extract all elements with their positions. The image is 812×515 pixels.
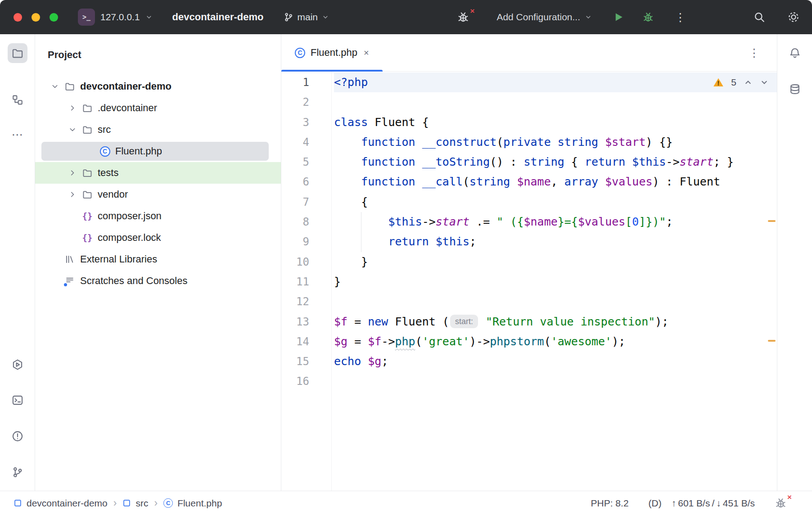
code-token: $g: [334, 335, 347, 348]
code-line-7[interactable]: {: [334, 192, 777, 212]
code-token: $this: [388, 215, 422, 228]
problems-tool-button[interactable]: [8, 426, 27, 446]
run-configuration-selector[interactable]: Add Configuration...: [496, 12, 592, 23]
tree-item-composer-lock[interactable]: {}composer.lock: [35, 227, 281, 248]
tree-item-devcontainer-demo[interactable]: devcontainer-demo: [35, 76, 281, 97]
services-tool-button[interactable]: [8, 355, 27, 375]
tree-item-tests[interactable]: tests: [35, 162, 281, 184]
more-tool-windows-button[interactable]: ⋯: [8, 125, 27, 145]
more-actions-kebab-icon[interactable]: ⋮: [675, 11, 686, 24]
code-token: function: [361, 155, 415, 168]
scrollbar-warning-mark[interactable]: [768, 220, 776, 222]
database-tool-button[interactable]: [785, 79, 805, 99]
code-token: =: [347, 315, 368, 328]
terminal-tool-button[interactable]: [8, 390, 27, 410]
tree-item-vendor[interactable]: vendor: [35, 184, 281, 205]
remote-connection-selector[interactable]: >_ 127.0.0.1: [78, 9, 153, 26]
previous-problem-chevron-up-icon[interactable]: [744, 78, 753, 87]
breadcrumb-devcontainer-demo[interactable]: devcontainer-demo: [14, 498, 108, 509]
code-token: {: [564, 155, 585, 168]
code-line-4[interactable]: function __construct(private string $sta…: [334, 132, 777, 152]
code-line-13[interactable]: $f = new Fluent (start: "Return value in…: [334, 312, 777, 332]
breadcrumb-separator: ›: [154, 497, 158, 509]
debugger-disconnected-button[interactable]: ×: [775, 497, 787, 509]
debug-listener-toggle[interactable]: ×: [457, 11, 469, 23]
code-line-2[interactable]: [334, 92, 777, 112]
tree-item-scratches-and-consoles[interactable]: Scratches and Consoles: [35, 270, 281, 292]
code-line-3[interactable]: class Fluent {: [334, 113, 777, 132]
breadcrumb-fluent-php[interactable]: CFluent.php: [163, 498, 222, 509]
code-line-8[interactable]: $this->start .= " ({$name}={$values[0]})…: [334, 212, 777, 232]
next-problem-chevron-down-icon[interactable]: [760, 78, 769, 87]
editor-options-kebab-icon[interactable]: ⋮: [749, 46, 760, 59]
code-token: (: [415, 335, 422, 348]
search-everywhere-button[interactable]: [753, 11, 765, 23]
code-token: $f: [368, 335, 381, 348]
tree-item-label: Fluent.php: [115, 145, 162, 157]
scratches-icon: [64, 276, 76, 286]
version-control-tool-button[interactable]: [8, 462, 27, 482]
code-line-15[interactable]: echo $g;: [334, 352, 777, 371]
code-line-11[interactable]: }: [334, 272, 777, 292]
chevron-right-icon[interactable]: [66, 168, 79, 177]
settings-button[interactable]: [788, 11, 799, 23]
code-token: (: [544, 335, 551, 348]
project-tool-button[interactable]: [8, 43, 27, 63]
code-token: $values: [605, 175, 652, 188]
tree-item-label: External Libraries: [80, 253, 157, 265]
code-line-12[interactable]: [334, 292, 777, 312]
line-number: 16: [281, 371, 331, 391]
remote-host-label: 127.0.0.1: [100, 12, 140, 23]
chevron-down-icon[interactable]: [49, 82, 61, 91]
tree-item-external-libraries[interactable]: External Libraries: [35, 248, 281, 270]
chevron-down-icon[interactable]: [66, 125, 79, 134]
project-panel-title[interactable]: Project: [35, 34, 281, 76]
notifications-button[interactable]: [785, 43, 805, 63]
zoom-window-button[interactable]: [50, 13, 58, 22]
line-number: 12: [281, 292, 331, 312]
close-tab-icon[interactable]: ×: [364, 48, 369, 58]
tree-item-composer-json[interactable]: {}composer.json: [35, 205, 281, 227]
tree-item-fluent-php[interactable]: CFluent.php: [35, 140, 281, 162]
php-version-widget[interactable]: PHP: 8.2: [591, 498, 629, 509]
git-branch-icon: [284, 12, 293, 22]
code-line-14[interactable]: $g = $f->php('great')->phpstorm('awesome…: [334, 332, 777, 352]
line-number: 2: [281, 92, 331, 112]
code-line-10[interactable]: }: [334, 252, 777, 272]
line-number: 9: [281, 232, 331, 252]
code-line-6[interactable]: function __call(string $name, array $val…: [334, 172, 777, 192]
tree-item-src[interactable]: src: [35, 119, 281, 140]
editor-gutter[interactable]: 12345678910111213141516: [281, 72, 331, 491]
line-number: 15: [281, 352, 331, 371]
code-editor[interactable]: <?phpclass Fluent { function __construct…: [331, 72, 777, 491]
minimize-window-button[interactable]: [32, 13, 40, 22]
editor-tab-fluent-php[interactable]: C Fluent.php ×: [281, 34, 383, 71]
code-token: $f: [334, 315, 347, 328]
structure-tool-button[interactable]: [8, 90, 27, 110]
folder-icon: [81, 168, 93, 178]
code-token: [415, 155, 422, 168]
tree-item-devcontainer[interactable]: .devcontainer: [35, 97, 281, 119]
scrollbar-warning-mark[interactable]: [768, 340, 776, 342]
code-token: ]})": [639, 215, 666, 228]
code-line-5[interactable]: function __toString() : string { return …: [334, 152, 777, 172]
branch-selector[interactable]: main: [284, 12, 329, 23]
code-line-9[interactable]: return $this;: [334, 232, 777, 252]
chevron-right-icon[interactable]: [66, 104, 79, 113]
chevron-down-icon: [322, 14, 329, 21]
code-line-1[interactable]: <?php: [334, 72, 777, 92]
chevron-right-icon[interactable]: [66, 190, 79, 199]
inspections-widget[interactable]: 5: [713, 77, 769, 88]
code-token: ,: [551, 175, 564, 188]
close-window-button[interactable]: [14, 13, 22, 22]
folder-icon: [81, 125, 93, 135]
code-token: class: [334, 116, 368, 129]
code-token: echo: [334, 355, 361, 368]
code-token: php: [395, 335, 415, 348]
breadcrumb-src[interactable]: src: [122, 498, 148, 509]
code-token: $this: [436, 235, 469, 248]
code-line-16[interactable]: [334, 371, 777, 391]
debug-button[interactable]: [642, 11, 654, 23]
code-token: string: [558, 136, 598, 149]
run-button[interactable]: [613, 11, 624, 23]
